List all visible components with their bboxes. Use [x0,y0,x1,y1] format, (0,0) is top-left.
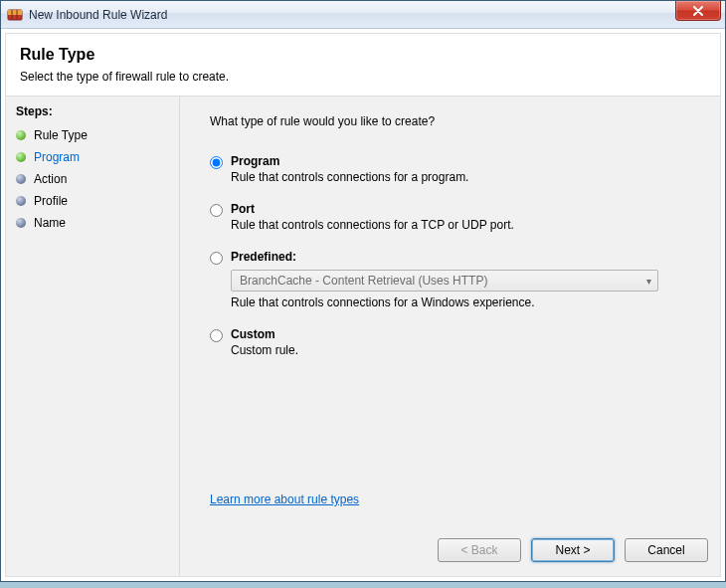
step-label: Profile [34,194,68,208]
main-panel: What type of rule would you like to crea… [180,97,720,576]
step-label: Rule Type [34,128,88,142]
page-subtitle: Select the type of firewall rule to crea… [20,70,706,84]
steps-panel: Steps: Rule Type Program Action Profile [6,97,180,576]
option-title: Program [231,154,696,168]
predefined-dropdown[interactable]: BranchCache - Content Retrieval (Uses HT… [231,270,658,292]
option-desc: Rule that controls connections for a TCP… [231,218,696,232]
app-icon [7,7,23,23]
radio-program[interactable] [210,156,223,169]
chevron-down-icon: ▾ [646,276,651,287]
button-row: < Back Next > Cancel [438,538,708,562]
option-desc: Custom rule. [231,343,696,357]
option-title: Custom [231,327,696,341]
option-desc: Rule that controls connections for a Win… [231,295,696,309]
window-title: New Inbound Rule Wizard [29,8,167,22]
step-program[interactable]: Program [12,146,173,168]
option-port[interactable]: Port Rule that controls connections for … [210,202,696,232]
step-label: Program [34,150,80,164]
close-button[interactable] [675,1,721,21]
step-label: Name [34,216,66,230]
steps-heading: Steps: [16,104,173,118]
step-bullet-icon [16,130,26,140]
option-predefined[interactable]: Predefined: BranchCache - Content Retrie… [210,250,696,309]
dropdown-value: BranchCache - Content Retrieval (Uses HT… [240,274,487,288]
wizard-window: New Inbound Rule Wizard Rule Type Select… [0,0,726,582]
back-button[interactable]: < Back [438,538,521,562]
option-title: Port [231,202,696,216]
option-program[interactable]: Program Rule that controls connections f… [210,154,696,184]
option-desc: Rule that controls connections for a pro… [231,170,696,184]
radio-port[interactable] [210,204,223,217]
step-action[interactable]: Action [12,168,173,190]
step-bullet-icon [16,152,26,162]
step-bullet-icon [16,218,26,228]
step-rule-type[interactable]: Rule Type [12,124,173,146]
prompt-text: What type of rule would you like to crea… [210,114,696,128]
next-button[interactable]: Next > [531,538,615,562]
radio-predefined[interactable] [210,252,223,265]
step-bullet-icon [16,196,26,206]
page-title: Rule Type [20,46,706,64]
option-custom[interactable]: Custom Custom rule. [210,327,696,357]
svg-rect-1 [8,10,22,15]
cancel-button[interactable]: Cancel [625,538,708,562]
step-profile[interactable]: Profile [12,190,173,212]
step-label: Action [34,172,67,186]
step-bullet-icon [16,174,26,184]
content: Rule Type Select the type of firewall ru… [1,29,725,581]
titlebar[interactable]: New Inbound Rule Wizard [1,1,725,29]
option-title: Predefined: [231,250,696,264]
radio-custom[interactable] [210,329,223,342]
learn-more-link[interactable]: Learn more about rule types [210,492,359,506]
header: Rule Type Select the type of firewall ru… [6,34,720,92]
step-name[interactable]: Name [12,212,173,234]
